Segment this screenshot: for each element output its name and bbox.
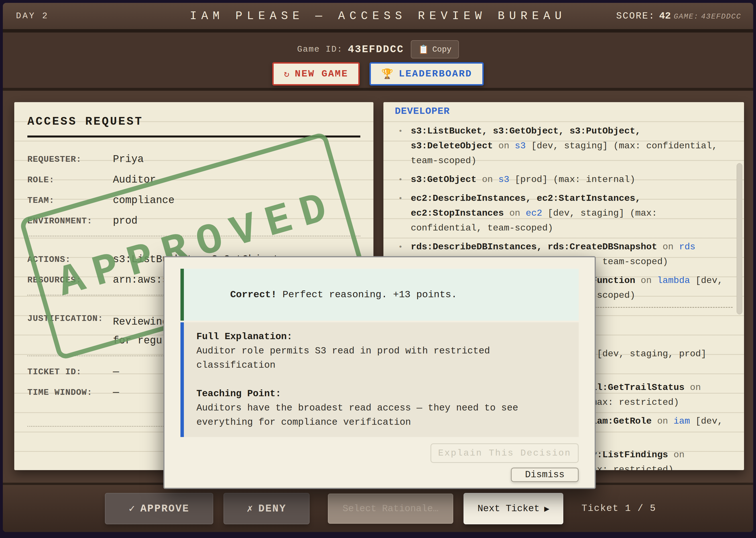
header-zone: Game ID: 43EFDDCC 📋 Copy ↻ NEW GAME 🏆 LE… [3,32,753,91]
trophy-icon: 🏆 [381,68,394,80]
deny-button[interactable]: ✗ DENY [223,493,309,524]
field-label: TEAM: [27,194,113,206]
permission-line: rds:DescribeDBInstances, rds:CreateDBSna… [411,240,732,254]
new-game-button[interactable]: ↻ NEW GAME [272,62,360,85]
full-explanation-text: Auditor role permits S3 read in prod wit… [196,344,566,373]
result-title: Correct! [230,289,276,300]
restart-icon: ↻ [284,68,290,80]
field-value: Priya [113,153,144,165]
deny-label: DENY [258,503,286,514]
score-label: SCORE: [616,11,655,22]
field-label: TIME WINDOW: [27,387,113,399]
approve-label: APPROVE [140,503,189,514]
approve-button[interactable]: ✓ APPROVE [105,493,213,524]
teaching-point-text: Auditors have the broadest read access —… [196,401,566,430]
clipboard-icon: 📋 [418,44,429,55]
score-value: 42 [659,11,671,22]
teaching-point-heading: Teaching Point: [196,387,566,401]
leaderboard-button[interactable]: 🏆 LEADERBOARD [369,62,484,85]
permission-item: s3:ListBucket, s3:GetObject, s3:PutObjec… [395,124,732,168]
result-text: Perfect reasoning. +13 points. [277,289,457,300]
copy-button-label: Copy [432,45,451,54]
field-label: ROLE: [27,174,113,186]
result-banner: Correct! Perfect reasoning. +13 points. [180,269,579,321]
game-label: GAME: [674,12,699,21]
copy-game-id-button[interactable]: 📋 Copy [411,40,459,59]
next-ticket-label: Next Ticket [478,504,540,514]
field-label: ENVIRONMENT: [27,215,113,227]
check-icon: ✓ [129,502,136,515]
permission-item: ec2:DescribeInstances, ec2:StartInstance… [395,191,732,236]
permission-line: team-scoped) [411,153,732,168]
field-value: — [113,366,119,378]
permission-line: s3:GetObject on s3 [prod] (max: internal… [411,172,732,187]
field-label: ACTIONS: [27,254,113,266]
spacer [196,373,566,387]
text-line: Auditor role permits S3 read in prod wit… [196,344,566,358]
feedback-modal: Correct! Perfect reasoning. +13 points. … [163,256,596,489]
title-underline [27,135,360,137]
game-window: DAY 2 IAM PLEASE — ACCESS REVIEW BUREAU … [3,3,753,532]
leaderboard-label: LEADERBOARD [399,69,472,79]
request-field-row: REQUESTER:Priya [27,153,360,165]
ticket-counter: Ticket 1 / 5 [582,493,656,524]
arrow-right-icon: ▶ [544,504,549,514]
access-request-title: ACCESS REQUEST [27,115,360,128]
dismiss-button[interactable]: Dismiss [511,467,579,482]
explanation-box: Full Explanation: Auditor role permits S… [180,322,579,437]
select-rationale-button[interactable]: Select Rationale… [328,494,453,524]
field-value: prod [113,215,137,227]
field-label: RESOURCES: [27,274,113,286]
permission-item: s3:GetObject on s3 [prod] (max: internal… [395,172,732,187]
field-label: TICKET ID: [27,366,113,378]
rulebook-section-heading: DEVELOPER [395,105,732,118]
permission-line: s3:ListBucket, s3:GetObject, s3:PutObjec… [411,124,732,138]
field-label: JUSTIFICATION: [27,313,113,325]
request-field-row: TEAM:compliance [27,194,360,206]
field-value: compliance [113,194,174,206]
text-line: everything for compliance verification [196,415,566,430]
permission-line: ec2:StopInstances on ec2 [dev, staging] … [411,206,732,221]
request-field-row: ROLE:Auditor [27,174,360,186]
score-area: SCORE: 42 GAME: 43EFDDCC [616,11,741,22]
game-id-label: Game ID: [297,44,343,54]
permission-line: confidential, team-scoped) [411,221,732,236]
text-line: classification [196,358,566,373]
field-value: Auditor [113,174,156,186]
explain-decision-button[interactable]: Explain This Decision [430,443,579,463]
permission-line: ec2:DescribeInstances, ec2:StartInstance… [411,191,732,206]
scrollbar-thumb[interactable] [736,163,742,314]
action-bar: ✓ APPROVE ✗ DENY Select Rationale… Next … [3,483,753,532]
game-id-value: 43EFDDCC [348,44,404,55]
request-field-row: ENVIRONMENT:prod [27,215,360,227]
dotted-separator [27,236,360,237]
new-game-label: NEW GAME [295,69,348,79]
header-buttons: ↻ NEW GAME 🏆 LEADERBOARD [3,62,753,85]
x-icon: ✗ [247,502,254,515]
field-label: REQUESTER: [27,153,113,165]
game-id-row: Game ID: 43EFDDCC 📋 Copy [3,40,753,59]
game-id-topbar: 43EFDDCC [701,12,741,21]
next-ticket-button[interactable]: Next Ticket ▶ [463,493,563,524]
text-line: Auditors have the broadest read access —… [196,401,566,415]
field-value: — [113,387,119,399]
full-explanation-heading: Full Explanation: [196,330,566,344]
permission-line: s3:DeleteObject on s3 [dev, staging] (ma… [411,138,732,153]
top-bar: DAY 2 IAM PLEASE — ACCESS REVIEW BUREAU … [3,3,753,32]
